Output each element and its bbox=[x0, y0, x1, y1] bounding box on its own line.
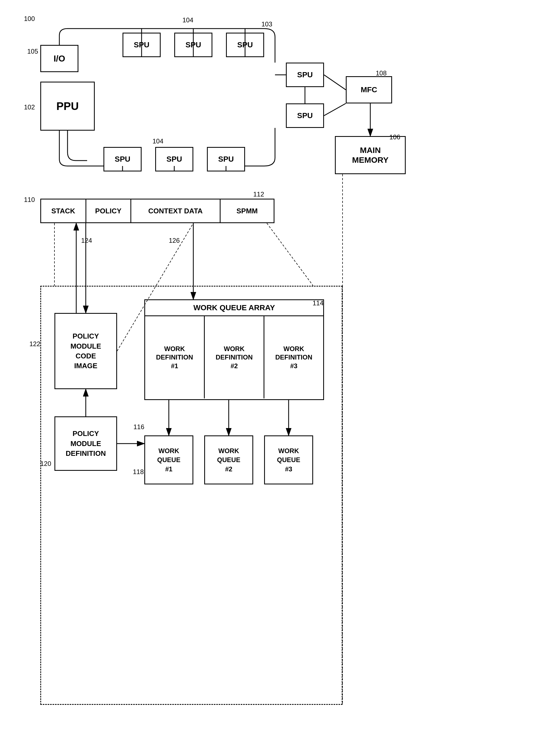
svg-line-7 bbox=[324, 75, 346, 90]
ppu-box: PPU bbox=[40, 82, 95, 130]
ref-108: 108 bbox=[376, 69, 387, 77]
svg-line-8 bbox=[324, 103, 346, 116]
ref-118: 118 bbox=[133, 468, 144, 476]
work-def3-cell: WORKDEFINITION#3 bbox=[264, 316, 323, 398]
work-queue3-box: WORKQUEUE#3 bbox=[264, 436, 313, 484]
ref-104a: 104 bbox=[182, 16, 193, 24]
context-data-cell: CONTEXT DATA bbox=[131, 199, 221, 222]
ref-103: 103 bbox=[261, 20, 272, 28]
spu-right1: SPU bbox=[286, 63, 324, 87]
spu-bot2: SPU bbox=[155, 147, 193, 172]
diagram: 100 104 I/O 105 PPU 102 SPU SPU SPU 103 … bbox=[0, 0, 553, 756]
ref-116: 116 bbox=[134, 423, 144, 431]
stack-cell: STACK bbox=[41, 199, 86, 222]
ref-114: 114 bbox=[313, 299, 323, 307]
work-queue1-box: WORKQUEUE#1 bbox=[144, 436, 193, 484]
spu-bot1: SPU bbox=[103, 147, 142, 172]
io-box: I/O bbox=[40, 45, 78, 72]
ref-104b: 104 bbox=[152, 137, 163, 145]
ref-100: 100 bbox=[24, 15, 35, 23]
policy-module-definition-box: POLICYMODULEDEFINITION bbox=[55, 416, 117, 471]
svg-line-14 bbox=[267, 223, 313, 286]
ref-112: 112 bbox=[253, 190, 264, 198]
work-queue-array-box: WORK QUEUE ARRAY WORKDEFINITION#1 WORKDE… bbox=[144, 299, 324, 400]
mfc-box: MFC bbox=[346, 76, 392, 103]
ref-120: 120 bbox=[40, 460, 51, 468]
ref-122: 122 bbox=[29, 340, 40, 348]
work-queue-array-label: WORK QUEUE ARRAY bbox=[145, 300, 323, 316]
spu-memory-row: STACK POLICY CONTEXT DATA SPMM bbox=[40, 199, 274, 223]
spu-top2: SPU bbox=[174, 33, 212, 57]
spu-top3: SPU bbox=[226, 33, 264, 57]
ref-126: 126 bbox=[169, 237, 180, 245]
ref-110: 110 bbox=[24, 196, 35, 204]
spu-top1: SPU bbox=[123, 33, 161, 57]
spmm-cell: SPMM bbox=[221, 199, 273, 222]
ref-102: 102 bbox=[24, 103, 35, 111]
policy-module-code-image-box: POLICYMODULECODEIMAGE bbox=[55, 313, 117, 389]
work-queue2-box: WORKQUEUE#2 bbox=[204, 436, 253, 484]
spu-right2: SPU bbox=[286, 103, 324, 128]
spu-bot3: SPU bbox=[207, 147, 245, 172]
ref-105: 105 bbox=[27, 48, 38, 55]
work-def1-cell: WORKDEFINITION#1 bbox=[145, 316, 205, 398]
ref-124: 124 bbox=[81, 237, 92, 245]
policy-cell: POLICY bbox=[86, 199, 132, 222]
work-def2-cell: WORKDEFINITION#2 bbox=[205, 316, 264, 398]
main-memory-box: MAINMEMORY bbox=[335, 136, 406, 174]
ref-106: 106 bbox=[389, 133, 400, 141]
